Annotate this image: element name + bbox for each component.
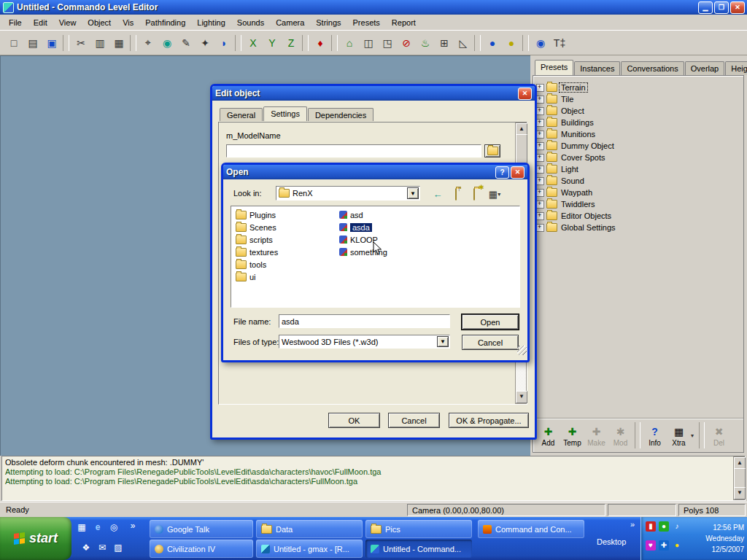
text-tool-icon[interactable]: T‡ (550, 34, 569, 52)
cut-icon[interactable]: ✂ (71, 34, 90, 52)
expand-icon[interactable] (536, 142, 544, 150)
taskbar-button-command-and-conquer[interactable]: Command and Con... (478, 520, 584, 538)
quicklaunch-app-icon[interactable]: ❖ (80, 542, 92, 553)
open-button[interactable]: Open (462, 314, 519, 330)
x-axis-icon[interactable]: X (244, 34, 263, 52)
expand-icon[interactable] (536, 166, 544, 174)
open-dialog-close-icon[interactable]: ✕ (511, 166, 525, 179)
restrict-icon[interactable]: ⊘ (397, 34, 416, 52)
info-button[interactable]: ?Info (643, 424, 667, 447)
edit-mesh-icon[interactable]: ✎ (177, 34, 196, 52)
copy-icon[interactable]: ▥ (90, 34, 109, 52)
folder-item-textures[interactable]: textures (236, 246, 278, 258)
building-icon[interactable]: ⌂ (340, 34, 359, 52)
log-scroll-down-icon[interactable]: ▼ (734, 487, 746, 499)
tab-settings[interactable]: Settings (263, 106, 307, 121)
door-icon[interactable]: ◫ (359, 34, 378, 52)
light-icon[interactable]: ● (502, 34, 521, 52)
open-cancel-button[interactable]: Cancel (462, 335, 519, 350)
taskbar-button-civilization[interactable]: Civilization IV (150, 540, 253, 558)
menu-edit[interactable]: Edit (28, 17, 53, 28)
tree-item-editor-objects[interactable]: Editor Objects (533, 210, 743, 222)
file-name-input[interactable] (279, 314, 450, 328)
expand-icon[interactable] (536, 119, 544, 127)
character-tool-icon[interactable]: ✦ (196, 34, 214, 52)
tree-item-tile[interactable]: Tile (533, 93, 743, 105)
model-name-input[interactable] (226, 144, 481, 158)
delete-preset-button[interactable]: ✖Del (707, 424, 731, 447)
edit-object-title-bar[interactable]: Edit object ✕ (212, 86, 535, 101)
file-type-combobox[interactable]: Westwood 3D Files (*.w3d) ▼ (279, 335, 450, 349)
tree-item-global-settings[interactable]: Global Settings (533, 222, 743, 233)
bone-tool-icon[interactable]: ⌖ (139, 34, 158, 52)
menu-lighting[interactable]: Lighting (191, 17, 231, 28)
expand-icon[interactable] (536, 84, 544, 92)
internet-explorer-icon[interactable]: e (92, 521, 104, 533)
expand-icon[interactable] (536, 177, 544, 185)
update-tray-icon[interactable]: ✚ (659, 540, 669, 551)
expand-icon[interactable] (536, 107, 544, 115)
xtra-dropdown-icon[interactable]: ▾ (691, 432, 697, 439)
ok-propagate-button[interactable]: OK & Propagate... (449, 413, 529, 428)
tab-heightfield[interactable]: Heightfield (725, 61, 747, 75)
folder-item-scripts[interactable]: scripts (236, 233, 273, 246)
export-icon[interactable]: ◳ (378, 34, 397, 52)
folder-item-ui[interactable]: ui (236, 271, 256, 283)
expand-icon[interactable] (536, 154, 544, 162)
orbit-camera-icon[interactable]: ● (483, 34, 502, 52)
conversation-icon[interactable]: ◗ (214, 34, 233, 52)
paste-icon[interactable]: ▦ (109, 34, 128, 52)
z-axis-icon[interactable]: Z (282, 34, 301, 52)
ok-button[interactable]: OK (328, 413, 380, 428)
quicklaunch-app2-icon[interactable]: ▨ (112, 542, 124, 553)
expand-icon[interactable] (536, 96, 544, 104)
save-icon[interactable]: ▣ (42, 34, 61, 52)
expand-icon[interactable] (536, 201, 544, 209)
messenger-tray-icon[interactable]: ♥ (646, 540, 656, 551)
tree-item-object[interactable]: Object (533, 105, 743, 117)
taskbar-button-pics[interactable]: Pics (365, 520, 472, 538)
maximize-button[interactable]: ❐ (714, 1, 729, 14)
folder-item-scenes[interactable]: Scenes (236, 221, 276, 233)
menu-vis[interactable]: Vis (117, 17, 139, 28)
menu-view[interactable]: View (53, 17, 82, 28)
lookin-dropdown-icon[interactable]: ▼ (407, 187, 419, 199)
menu-presets[interactable]: Presets (347, 17, 386, 28)
tree-item-twiddlers[interactable]: Twiddlers (533, 198, 743, 210)
tree-item-munitions[interactable]: Munitions (533, 128, 743, 140)
minimize-button[interactable]: ▁ (698, 1, 713, 14)
quicklaunch-mail-icon[interactable]: ✉ (96, 542, 108, 553)
media-player-icon[interactable]: ◎ (108, 521, 120, 533)
menu-camera[interactable]: Camera (270, 17, 310, 28)
mod-preset-button[interactable]: ✱Mod (608, 424, 632, 447)
menu-object[interactable]: Object (82, 17, 117, 28)
file-item-asda[interactable]: asda (339, 221, 372, 233)
expand-icon[interactable] (536, 131, 544, 139)
tray-clock[interactable]: 12:56 PM Wednesday 12/5/2007 (692, 522, 744, 555)
desktop-label[interactable]: Desktop (597, 537, 626, 546)
drop-to-ground-icon[interactable]: ♦ (311, 34, 330, 52)
volume-tray-icon[interactable]: ♪ (672, 521, 682, 532)
start-button[interactable]: start (0, 517, 71, 560)
file-item-kloop[interactable]: KLOOP (339, 233, 378, 246)
slope-icon[interactable]: ◺ (454, 34, 473, 52)
tree-item-waypath[interactable]: Waypath (533, 187, 743, 198)
tree-item-terrain[interactable]: Terrain (533, 82, 743, 93)
powerup-icon[interactable]: ♨ (416, 34, 435, 52)
antivirus-tray-icon[interactable]: ● (659, 521, 669, 532)
tree-item-buildings[interactable]: Buildings (533, 117, 743, 128)
file-list[interactable]: Plugins Scenes scripts textures tools ui… (231, 206, 520, 308)
xtra-button[interactable]: ▦Xtra (667, 424, 691, 447)
make-preset-button[interactable]: ✚Make (584, 424, 608, 447)
tab-general[interactable]: General (220, 108, 263, 121)
file-item-something[interactable]: something (339, 246, 387, 258)
tab-instances[interactable]: Instances (574, 61, 620, 75)
tree-item-light[interactable]: Light (533, 163, 743, 175)
expand-icon[interactable] (536, 189, 544, 197)
menu-sounds[interactable]: Sounds (231, 17, 270, 28)
taskbar-button-gmax[interactable]: Untitled - gmax - [R... (256, 540, 363, 558)
new-document-icon[interactable]: □ (4, 34, 23, 52)
scroll-down-icon[interactable]: ▼ (516, 391, 527, 403)
view-menu-icon[interactable]: ▦▾ (483, 185, 506, 203)
misc-tray-icon[interactable]: ● (672, 540, 682, 551)
